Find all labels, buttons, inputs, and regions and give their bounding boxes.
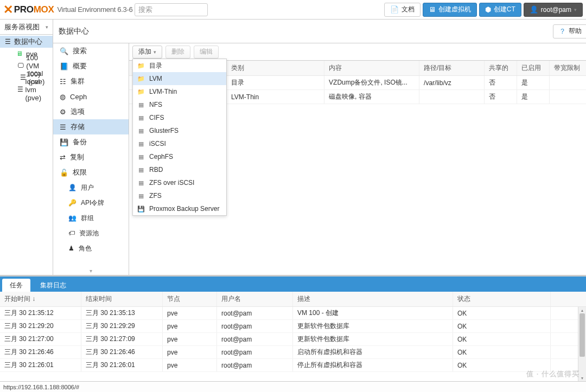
resource-tree: ☰ 数据中心 🖥 pve 🖵 100 (VM 100) ☰ local (pve… [0, 35, 53, 275]
logo-text-mox: MOX [34, 4, 54, 15]
col-shared[interactable]: 共享的 [485, 61, 517, 75]
add-label: 添加 [138, 47, 151, 56]
scroll-thumb[interactable] [579, 313, 585, 357]
view-selector[interactable]: 服务器视图 ▾ [0, 20, 53, 35]
nav-permissions[interactable]: 🔓权限 [53, 165, 129, 180]
remove-storage-button[interactable]: 删除 [165, 46, 190, 59]
col-path[interactable]: 路径/目标 [419, 61, 485, 75]
docs-button[interactable]: 📄文档 [384, 3, 421, 17]
tab-cluster-log[interactable]: 集群日志 [33, 279, 74, 292]
col-type[interactable]: 类别 [227, 61, 324, 75]
col-start[interactable]: 开始时间 ↓ [0, 292, 81, 306]
help-icon: ？ [559, 27, 566, 36]
tree-datacenter[interactable]: ☰ 数据中心 [0, 36, 53, 48]
add-cephfs[interactable]: ▦CephFS [133, 150, 226, 163]
search-icon: 🔍 [60, 47, 68, 55]
add-storage-button[interactable]: 添加 ▾ [132, 46, 162, 59]
key-icon: 🔑 [68, 199, 77, 207]
nav-label: 备份 [73, 137, 87, 147]
nav-replication[interactable]: ⇄复制 [53, 150, 129, 165]
edit-storage-button[interactable]: 编辑 [194, 46, 219, 59]
building-icon: ▦ [137, 114, 145, 121]
help-button[interactable]: ？帮助 [553, 24, 586, 38]
add-zfs-iscsi[interactable]: ▦ZFS over iSCSI [133, 176, 226, 189]
nav-label: 资源池 [79, 229, 99, 238]
nav-api-tokens[interactable]: 🔑API令牌 [53, 195, 129, 210]
add-storage-menu: 📁目录 📁LVM 📁LVM-Thin ▦NFS ▦CIFS ▦GlusterFS… [132, 59, 227, 216]
ceph-icon: ◍ [60, 93, 66, 101]
col-end[interactable]: 结束时间 [81, 292, 163, 306]
table-row[interactable]: 三月 30 21:26:46三月 30 21:26:46pveroot@pam启… [0, 346, 586, 359]
add-iscsi[interactable]: ▦iSCSI [133, 137, 226, 150]
table-row[interactable]: 三月 30 21:27:00三月 30 21:27:09pveroot@pam更… [0, 333, 586, 346]
storage-panel: 添加 ▾ 删除 编辑 📁目录 📁LVM 📁LVM-Thin ▦NFS ▦CIFS… [129, 43, 586, 275]
nav-label: 权限 [73, 168, 87, 177]
col-desc[interactable]: 描述 [293, 292, 453, 306]
tab-tasks[interactable]: 任务 [2, 279, 30, 292]
nav-summary[interactable]: 📘概要 [53, 59, 129, 74]
add-glusterfs[interactable]: ▦GlusterFS [133, 124, 226, 137]
create-ct-button[interactable]: ⬢创建CT [479, 3, 521, 17]
col-bwlimit[interactable]: 带宽限制 [550, 61, 586, 75]
tag-icon: 🏷 [68, 229, 75, 237]
log-scrollbar[interactable]: ▴ ▾ [578, 307, 586, 381]
env-version: Virtual Environment 6.3-6 [57, 5, 132, 14]
log-grid-body: 三月 30 21:35:12三月 30 21:35:13pveroot@pamV… [0, 307, 586, 372]
col-content[interactable]: 内容 [324, 61, 419, 75]
add-nfs[interactable]: ▦NFS [133, 98, 226, 111]
resource-tree-sidebar: 服务器视图 ▾ ☰ 数据中心 🖥 pve 🖵 100 (VM 100) ☰ lo… [0, 20, 53, 275]
add-lvm-thin[interactable]: 📁LVM-Thin [133, 85, 226, 98]
nav-pools[interactable]: 🏷资源池 [53, 226, 129, 241]
dd-label: CIFS [149, 114, 164, 121]
col-status[interactable]: 状态 [453, 292, 551, 306]
building-icon: ▦ [137, 140, 145, 147]
tree-label: 数据中心 [14, 37, 42, 47]
nav-backup[interactable]: 💾备份 [53, 134, 129, 150]
nav-search[interactable]: 🔍搜索 [53, 43, 129, 59]
user-icon: 👤 [530, 5, 538, 14]
user-menu-button[interactable]: 👤root@pam ▾ [524, 3, 583, 17]
tree-storage-local-lvm[interactable]: ☰ local-lvm (pve) [0, 83, 53, 95]
table-row[interactable]: 三月 30 21:35:12三月 30 21:35:13pveroot@pamV… [0, 307, 586, 320]
dd-label: CephFS [149, 153, 173, 160]
add-proxmox-backup[interactable]: 💾Proxmox Backup Server [133, 202, 226, 215]
col-node[interactable]: 节点 [163, 292, 217, 306]
nav-label: Ceph [70, 93, 87, 101]
create-vm-button[interactable]: 🖥创建虚拟机 [423, 3, 477, 17]
dd-label: 目录 [149, 61, 162, 70]
nav-groups[interactable]: 👥群组 [53, 210, 129, 226]
add-zfs[interactable]: ▦ZFS [133, 189, 226, 202]
add-lvm[interactable]: 📁LVM [133, 72, 226, 85]
save-icon: 💾 [137, 205, 145, 213]
sync-icon: ⇄ [60, 153, 66, 162]
global-search-input[interactable]: 搜索 [135, 3, 208, 16]
nav-roles[interactable]: ♟角色 [53, 241, 129, 256]
scroll-down-icon[interactable]: ▾ [578, 375, 586, 381]
folder-icon: 📁 [137, 62, 145, 69]
nav-options[interactable]: ⚙选项 [53, 104, 129, 119]
user-label: root@pam [541, 6, 571, 14]
log-grid-header: 开始时间 ↓ 结束时间 节点 用户名 描述 状态 [0, 292, 586, 307]
col-user[interactable]: 用户名 [217, 292, 293, 306]
nav-cluster[interactable]: ☷集群 [53, 74, 129, 89]
server-stack-icon: ☰ [3, 37, 12, 46]
add-rbd[interactable]: ▦RBD [133, 163, 226, 176]
disk-icon: ☰ [60, 123, 66, 131]
book-icon: 📘 [60, 62, 68, 70]
nav-ceph[interactable]: ◍Ceph [53, 89, 129, 104]
add-directory[interactable]: 📁目录 [133, 59, 226, 72]
scroll-up-icon[interactable]: ▴ [578, 307, 586, 313]
table-row[interactable]: 三月 30 21:26:01三月 30 21:26:01pveroot@pam停… [0, 359, 586, 372]
building-icon: ▦ [137, 192, 145, 200]
gear-icon: ⚙ [60, 108, 66, 116]
nav-users[interactable]: 👤用户 [53, 180, 129, 195]
nav-label: 复制 [70, 152, 84, 162]
table-row[interactable]: 三月 30 21:29:20三月 30 21:29:29pveroot@pam更… [0, 320, 586, 333]
book-icon: 📄 [390, 5, 399, 14]
col-enabled[interactable]: 已启用 [517, 61, 550, 75]
nav-storage[interactable]: ☰存储 [53, 119, 129, 134]
nav-scroll-down-icon[interactable]: ▾ [53, 268, 129, 274]
main-area: 服务器视图 ▾ ☰ 数据中心 🖥 pve 🖵 100 (VM 100) ☰ lo… [0, 20, 586, 275]
add-cifs[interactable]: ▦CIFS [133, 111, 226, 124]
role-icon: ♟ [68, 245, 74, 252]
